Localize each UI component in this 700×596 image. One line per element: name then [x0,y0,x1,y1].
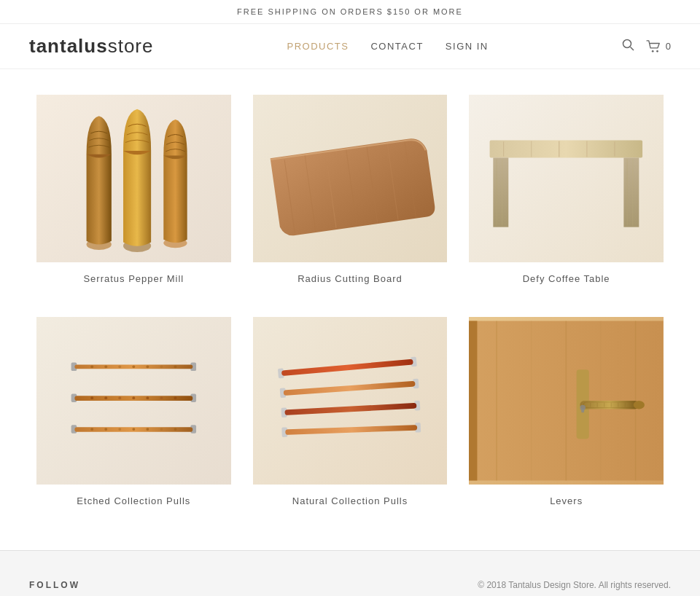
product-card-cutting[interactable]: Radius Cutting Board [246,84,455,299]
nav-signin[interactable]: SIGN IN [446,41,489,52]
svg-point-84 [634,401,645,409]
svg-point-3 [656,50,658,52]
svg-point-55 [174,428,177,431]
footer-right: © 2018 Tantalus Design Store. All rights… [343,580,671,596]
follow-label: FOLLOW [29,580,184,590]
svg-rect-61 [283,381,415,396]
product-name-etched: Etched Collection Pulls [77,495,190,506]
svg-line-1 [630,47,634,50]
svg-rect-74 [469,321,477,480]
svg-point-34 [160,365,163,368]
coffee-table-illustration [469,95,664,262]
svg-point-52 [132,428,135,431]
svg-point-53 [146,428,149,431]
search-icon [622,39,635,52]
logo-part1: tantalus [29,35,108,57]
svg-rect-67 [285,425,417,435]
nav-contact[interactable]: CONTACT [370,41,423,52]
svg-point-40 [104,396,107,399]
cart-count: 0 [666,41,671,52]
svg-point-35 [174,365,177,368]
cart-button[interactable]: 0 [646,40,671,53]
product-card-table[interactable]: Defy Coffee Table [462,84,671,299]
search-button[interactable] [622,39,635,55]
shipping-text: FREE SHIPPING ON ORDERS $150 OR MORE [237,7,463,16]
svg-point-33 [146,365,149,368]
products-grid: Serratus Pepper Mill [0,69,700,536]
svg-point-29 [90,365,93,368]
product-card-pepper[interactable]: Serratus Pepper Mill [29,84,238,299]
svg-rect-86 [582,408,585,412]
svg-point-43 [146,396,149,399]
product-image-etched [36,317,231,485]
levers-illustration [469,317,664,485]
svg-rect-14 [490,141,643,158]
product-name-pepper: Serratus Pepper Mill [83,273,184,284]
svg-point-30 [104,365,107,368]
svg-point-32 [132,365,135,368]
svg-point-42 [132,396,135,399]
svg-point-39 [90,396,93,399]
products-section: Serratus Pepper Mill [0,69,700,536]
svg-point-41 [118,396,121,399]
svg-point-49 [90,428,93,431]
cutting-board-illustration [253,95,448,262]
product-card-etched[interactable]: Etched Collection Pulls [29,306,238,521]
product-image-pepper [36,95,231,262]
logo-part2: store [108,35,154,57]
svg-point-44 [160,396,163,399]
site-logo[interactable]: tantalusstore [29,35,154,58]
shipping-banner: FREE SHIPPING ON ORDERS $150 OR MORE [0,0,700,24]
product-image-natural [253,317,448,485]
footer-copyright: © 2018 Tantalus Design Store. All rights… [343,580,671,590]
svg-point-50 [104,428,107,431]
main-nav: PRODUCTS CONTACT SIGN IN [287,41,489,52]
svg-point-0 [623,39,631,47]
svg-point-31 [118,365,121,368]
footer-content: FOLLOW f P [29,580,671,596]
etched-pulls-illustration [36,317,231,485]
svg-point-54 [160,428,163,431]
product-card-natural[interactable]: Natural Collection Pulls [246,306,455,521]
nav-icons: 0 [622,39,671,55]
product-name-natural: Natural Collection Pulls [292,495,408,506]
follow-section: FOLLOW f P [29,580,184,596]
product-name-table: Defy Coffee Table [523,273,610,284]
cart-icon [646,40,662,53]
nav-products[interactable]: PRODUCTS [287,41,349,52]
svg-rect-20 [494,157,509,227]
product-name-cutting: Radius Cutting Board [298,273,402,284]
pepper-mill-illustration [36,95,231,262]
svg-rect-64 [284,403,416,415]
svg-point-51 [118,428,121,431]
product-name-levers: Levers [550,495,583,506]
product-image-cutting [253,95,448,262]
site-footer: FOLLOW f P [0,550,700,596]
product-image-table [469,95,664,262]
site-header: tantalusstore PRODUCTS CONTACT SIGN IN 0 [0,24,700,69]
svg-rect-23 [624,157,639,227]
natural-pulls-illustration [253,317,448,485]
product-image-levers [469,317,664,485]
svg-point-45 [174,396,177,399]
svg-point-2 [652,50,654,52]
product-card-levers[interactable]: Levers [462,306,671,521]
svg-rect-58 [281,359,413,376]
